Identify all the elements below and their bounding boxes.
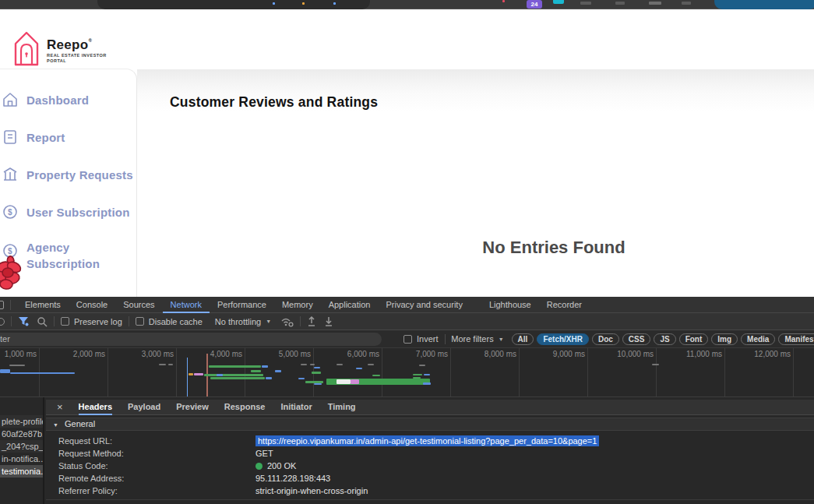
detail-tab-preview[interactable]: Preview [176, 400, 209, 415]
toolbar-icon[interactable] [615, 2, 625, 5]
logo-text-block: Reepo ® REAL ESTATE INVESTOR PORTAL [47, 30, 107, 64]
building-icon [2, 166, 19, 183]
waterfall-bar [356, 368, 362, 369]
import-har-icon[interactable] [307, 316, 316, 326]
waterfall-bar [266, 377, 272, 379]
device-toolbar-icon[interactable] [0, 301, 4, 309]
search-icon[interactable] [37, 316, 48, 327]
export-har-icon[interactable] [324, 316, 333, 326]
filter-input[interactable]: ter [0, 333, 382, 346]
reepo-logo[interactable]: Reepo ® REAL ESTATE INVESTOR PORTAL [11, 30, 107, 67]
sidebar-item-property-requests[interactable]: Property Requests [0, 166, 133, 183]
tab-memory[interactable]: Memory [274, 297, 321, 313]
filter-icon[interactable] [18, 316, 29, 326]
field-status-code: Status Code: 200 OK [46, 460, 814, 472]
waterfall-bar [413, 374, 422, 375]
tab-console[interactable]: Console [69, 297, 115, 313]
general-section-header[interactable]: ▼ General [46, 418, 814, 431]
waterfall-bar [210, 377, 265, 379]
chip-doc[interactable]: Doc [592, 333, 619, 345]
chevron-down-icon: ▼ [266, 319, 271, 324]
sidebar-item-dashboard[interactable]: Dashboard [0, 91, 89, 108]
preserve-log-checkbox[interactable] [61, 317, 69, 326]
waterfall-gridline [587, 348, 588, 397]
toolbar-icon[interactable] [580, 2, 591, 5]
sidebar-item-report[interactable]: Report [0, 129, 65, 146]
waterfall-bar [368, 364, 374, 365]
dollar-circle-icon: $ [2, 203, 19, 220]
detail-tab-response[interactable]: Response [224, 400, 266, 415]
network-filter-row: ter Invert More filters ▼ All Fetch/XHR … [0, 330, 814, 348]
waterfall-bar [419, 365, 425, 366]
field-key: Request Method: [58, 447, 124, 460]
tab-sources[interactable]: Sources [115, 297, 162, 313]
request-row-selected[interactable]: testimonia... [0, 465, 44, 478]
chip-font[interactable]: Font [679, 333, 709, 345]
tab-privacy-and-security[interactable]: Privacy and security [378, 297, 470, 313]
request-row[interactable]: 60af2e87b... [0, 428, 44, 440]
waterfall-bar [0, 369, 10, 373]
waterfall-bar [168, 364, 173, 365]
brand-text: Reepo [47, 37, 88, 53]
waterfall-tick-label: 12,000 ms [736, 350, 791, 358]
waterfall-tick-label: 10,000 ms [599, 350, 654, 358]
notification-count-badge[interactable]: 24 [527, 0, 542, 9]
chip-js[interactable]: JS [654, 333, 675, 345]
more-filters-button[interactable]: More filters [451, 334, 493, 344]
profile-pill-button[interactable] [714, 0, 814, 9]
tab-recorder[interactable]: Recorder [539, 297, 590, 313]
flower-decoration [0, 244, 33, 295]
extension-icon[interactable] [553, 0, 564, 4]
disable-cache-checkbox[interactable] [136, 317, 144, 326]
request-type-chips: All Fetch/XHR Doc CSS JS Font Img Media … [512, 333, 814, 345]
waterfall-tick-label: 2,000 ms [51, 350, 105, 358]
chip-img[interactable]: Img [711, 333, 738, 345]
field-value[interactable]: https://reepio.vipankumar.in/admin-api/g… [255, 435, 599, 447]
invert-checkbox[interactable] [403, 335, 412, 344]
throttling-select[interactable]: No throttling [215, 317, 261, 326]
devtools-panel: Elements Console Sources Network Perform… [0, 297, 814, 504]
chip-all[interactable]: All [512, 333, 534, 345]
tab-performance[interactable]: Performance [210, 297, 274, 313]
field-value: 95.111.228.198:443 [255, 472, 330, 485]
tab-elements[interactable]: Elements [17, 297, 69, 313]
record-network-log-button[interactable] [0, 318, 5, 326]
waterfall-tick-label: 6,000 ms [325, 350, 379, 358]
tab-lighthouse[interactable]: Lighthouse [481, 297, 539, 313]
request-row[interactable]: _204?csp_t... [0, 440, 44, 453]
chip-css[interactable]: CSS [622, 333, 651, 345]
waterfall-bar [424, 374, 430, 375]
network-waterfall-overview[interactable]: 1,000 ms2,000 ms3,000 ms4,000 ms5,000 ms… [0, 348, 814, 397]
detail-tab-timing[interactable]: Timing [328, 400, 356, 415]
toolbar-icon[interactable] [682, 2, 691, 5]
waterfall-bar [209, 365, 261, 368]
chip-fetch-xhr[interactable]: Fetch/XHR [537, 333, 589, 345]
general-section-label: General [65, 419, 95, 428]
waterfall-tick-label: 4,000 ms [188, 350, 242, 358]
network-conditions-icon[interactable] [280, 316, 294, 327]
request-row[interactable]: plete-profile [0, 415, 44, 428]
tab-application[interactable]: Application [321, 297, 379, 313]
tab-network[interactable]: Network [163, 297, 210, 313]
separator [445, 334, 446, 344]
waterfall-bar [251, 370, 261, 372]
close-icon[interactable]: × [57, 400, 63, 414]
waterfall-bar [10, 372, 75, 374]
sidebar-item-user-subscription[interactable]: $ User Subscription [0, 203, 130, 220]
detail-tab-initiator[interactable]: Initiator [280, 400, 312, 415]
detail-tab-payload[interactable]: Payload [128, 400, 160, 415]
chip-manifest[interactable]: Manifest [778, 333, 814, 345]
pinned-icon[interactable] [502, 0, 505, 2]
waterfall-tick-label: 11,000 ms [668, 350, 722, 358]
waterfall-tick-label: 8,000 ms [462, 350, 516, 358]
detail-tab-headers[interactable]: Headers [79, 400, 112, 415]
logo-tagline-1: REAL ESTATE INVESTOR [47, 53, 107, 58]
request-row[interactable]: in-notifica... [0, 453, 44, 465]
address-bar[interactable] [97, 0, 370, 9]
waterfall-tick-label: 3,000 ms [119, 350, 174, 358]
page-title: Customer Reviews and Ratings [170, 94, 378, 111]
chip-media[interactable]: Media [741, 333, 775, 345]
toolbar-icon[interactable] [649, 2, 661, 5]
status-ok-dot-icon [255, 463, 263, 470]
brand-name: Reepo ® [47, 37, 107, 53]
